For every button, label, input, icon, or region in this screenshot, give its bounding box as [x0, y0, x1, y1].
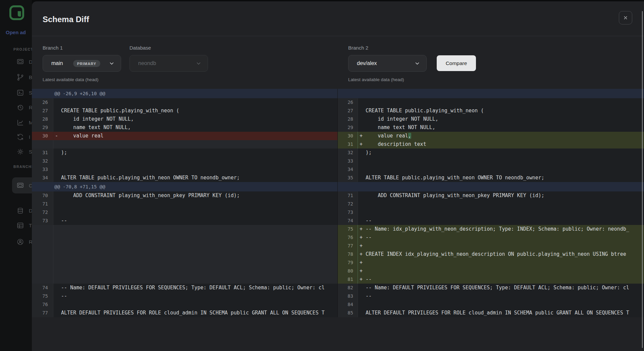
- line-number: 77: [32, 309, 53, 317]
- line-number: 74: [338, 217, 358, 225]
- diff-code-row: 72: [32, 208, 337, 217]
- diff-code-row: 75+ -- Name: idx_playing_with_neon_descr…: [338, 225, 644, 233]
- code-text: --: [358, 217, 644, 225]
- code-text: [53, 165, 337, 174]
- line-number: 79: [338, 258, 358, 267]
- code-text: name text NOT NULL,: [53, 123, 337, 132]
- code-text: -- Name: DEFAULT PRIVILEGES FOR SEQUENCE…: [53, 284, 337, 292]
- line-number: 31: [32, 149, 53, 157]
- diff-code-row: 77+: [338, 242, 644, 250]
- code-text: - value real: [53, 132, 337, 140]
- code-text: );: [358, 149, 644, 157]
- code-text: [53, 267, 337, 275]
- diff-filler-row: [32, 140, 337, 149]
- line-number: 70: [32, 191, 53, 200]
- code-text: ALTER DEFAULT PRIVILEGES FOR ROLE cloud_…: [358, 309, 644, 317]
- diff-code-row: 35 ALTER TABLE public.playing_with_neon …: [338, 174, 644, 182]
- line-number: 80: [338, 267, 358, 275]
- integrations-icon: [16, 133, 24, 141]
- diff-code-row: 82 -- Name: DEFAULT PRIVILEGES FOR SEQUE…: [338, 284, 644, 292]
- code-text: CREATE TABLE public.playing_with_neon (: [53, 107, 337, 115]
- settings-icon: [16, 148, 24, 156]
- diff-pane-branch1[interactable]: @@ -26,9 +26,10 @@26 27 CREATE TABLE pub…: [32, 89, 337, 317]
- diff-code-row: 74 -- Name: DEFAULT PRIVILEGES FOR SEQUE…: [32, 284, 337, 292]
- schema-diff-view: @@ -26,9 +26,10 @@26 27 CREATE TABLE pub…: [32, 89, 644, 317]
- diff-code-row: 85 ALTER DEFAULT PRIVILEGES FOR ROLE clo…: [338, 309, 644, 317]
- open-admin-link[interactable]: Open ad: [6, 30, 32, 35]
- diff-code-row: 75 --: [32, 292, 337, 300]
- sidebar: Open ad PROJECTDBSRMISBRANCHESCDTR: [0, 0, 32, 351]
- diff-code-row: 77 ALTER DEFAULT PRIVILEGES FOR ROLE clo…: [32, 309, 337, 317]
- line-number: 33: [338, 157, 358, 165]
- code-text: ADD CONSTRAINT playing_with_neon_pkey PR…: [358, 191, 644, 200]
- sidebar-section-branches: BRANCHES: [13, 165, 32, 169]
- chevron-down-icon: [109, 60, 115, 66]
- diff-code-row: 32: [32, 157, 337, 165]
- diff-code-row: 83 --: [338, 292, 644, 300]
- close-button[interactable]: [619, 11, 632, 24]
- monitoring-icon: [16, 119, 24, 126]
- code-text: [53, 258, 337, 267]
- line-number: 76: [32, 300, 53, 309]
- code-text: [53, 225, 337, 233]
- diff-code-row: 30- value real: [32, 132, 337, 140]
- line-number: 31: [338, 140, 358, 149]
- diff-filler-row: [32, 267, 337, 275]
- line-number: [32, 225, 53, 233]
- database-select[interactable]: neondb: [129, 55, 208, 72]
- diff-filler-row: [32, 275, 337, 284]
- chevron-down-icon: [196, 60, 202, 66]
- header-divider: [32, 36, 644, 36]
- line-number: 30: [32, 132, 53, 140]
- line-number: 32: [32, 157, 53, 165]
- line-number: 28: [338, 115, 358, 123]
- diff-code-row: 34 ALTER TABLE public.playing_with_neon …: [32, 174, 337, 182]
- line-number: 73: [32, 217, 53, 225]
- diff-code-row: 28 id integer NOT NULL,: [32, 115, 337, 123]
- code-text: ADD CONSTRAINT playing_with_neon_pkey PR…: [53, 191, 337, 200]
- diff-code-row: 31+ description text: [338, 140, 644, 149]
- code-text: CREATE TABLE public.playing_with_neon (: [358, 107, 644, 115]
- code-text: -- Name: DEFAULT PRIVILEGES FOR SEQUENCE…: [358, 284, 644, 292]
- code-text: ALTER DEFAULT PRIVILEGES FOR ROLE cloud_…: [53, 309, 337, 317]
- branch2-select[interactable]: dev/alex: [348, 55, 427, 72]
- line-number: [32, 267, 53, 275]
- code-text: +: [358, 258, 644, 267]
- close-icon: [623, 15, 629, 21]
- diff-code-row: 27 CREATE TABLE public.playing_with_neon…: [338, 107, 644, 115]
- line-number: 72: [32, 208, 53, 217]
- compare-button[interactable]: Compare: [437, 55, 476, 71]
- code-text: + -- Name: idx_playing_with_neon_descrip…: [358, 225, 644, 233]
- line-number: [32, 242, 53, 250]
- code-text: [53, 200, 337, 208]
- code-text: + CREATE INDEX idx_playing_with_neon_des…: [358, 250, 644, 258]
- neon-logo-icon: [9, 5, 24, 20]
- code-text: --: [53, 217, 337, 225]
- vertical-scrollbar[interactable]: [642, 11, 643, 348]
- diff-code-row: 73: [338, 208, 644, 217]
- code-text: [53, 98, 337, 107]
- branch1-select[interactable]: main PRIMARY: [43, 55, 121, 72]
- compute-icon: [16, 182, 24, 189]
- diff-filler-row: [32, 233, 337, 242]
- diff-code-row: 26: [32, 98, 337, 107]
- code-text: );: [53, 149, 337, 157]
- diff-code-row: 26: [338, 98, 644, 107]
- code-text: ALTER TABLE public.playing_with_neon OWN…: [358, 174, 644, 182]
- line-number: 26: [338, 98, 358, 107]
- diff-code-row: 31 );: [32, 149, 337, 157]
- line-number: 28: [32, 115, 53, 123]
- diff-pane-branch2[interactable]: 26 27 CREATE TABLE public.playing_with_n…: [337, 89, 644, 317]
- line-number: 84: [338, 300, 358, 309]
- code-text: [53, 233, 337, 242]
- diff-filler-row: [32, 250, 337, 258]
- hunk-header: @@ -70,8 +71,15 @@: [32, 182, 337, 191]
- diff-code-row: 32 );: [338, 149, 644, 157]
- code-text: + value real,: [358, 132, 644, 140]
- word-diff-highlight: ,: [408, 133, 411, 139]
- code-text: [358, 157, 644, 165]
- line-number: 75: [32, 292, 53, 300]
- diff-code-row: 33: [338, 157, 644, 165]
- line-number: 71: [338, 191, 358, 200]
- diff-code-row: 81+ --: [338, 275, 644, 284]
